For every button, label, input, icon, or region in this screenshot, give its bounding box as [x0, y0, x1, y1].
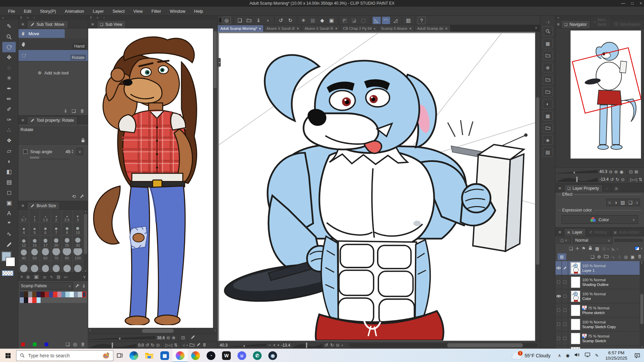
taskbar-app-wikipedia[interactable]: W	[219, 349, 234, 362]
information-tab[interactable]: ⓘ Information	[611, 20, 644, 28]
panel-menu-icon[interactable]: ≡	[88, 22, 97, 28]
brush-size-tab[interactable]: Brush Size	[27, 202, 60, 209]
quick-access-folder-icon[interactable]	[543, 51, 553, 60]
snap-angle-dropdown[interactable]: ∨	[76, 148, 83, 155]
quick-access-grid-icon[interactable]: ▦	[543, 39, 553, 48]
dock-color-wheel-icon[interactable]: ◍	[26, 275, 30, 279]
panel-menu-icon[interactable]: ≡	[555, 230, 564, 236]
tone-effect-icon[interactable]: ◑	[614, 200, 617, 205]
sub-tool-group-tab[interactable]: Move	[18, 29, 65, 38]
effect-dropdown-icon[interactable]: ∨	[636, 201, 638, 204]
menu-animation[interactable]: Animation	[61, 7, 88, 15]
menu-help[interactable]: Help	[190, 7, 207, 15]
layer-visibility-cell[interactable]	[555, 261, 562, 275]
operation-tool[interactable]: ✎	[2, 21, 16, 32]
auto-action-tab[interactable]: ▣ Auto Action	[610, 228, 643, 236]
decoration-tool[interactable]: ❖	[2, 135, 16, 146]
move-layer-tool[interactable]: ✥	[2, 52, 16, 63]
start-button[interactable]	[0, 349, 16, 362]
layer-row-5[interactable]: 100 % NormalScamp Sketch Copy	[555, 317, 644, 331]
opacity-slider[interactable]	[614, 239, 643, 242]
taskbar-app-photos-app[interactable]	[188, 349, 203, 362]
quick-access-zoom-icon[interactable]	[543, 26, 553, 36]
brush-size-extra[interactable]	[40, 261, 51, 273]
secondary-color-swatch[interactable]	[6, 257, 15, 266]
brush-size-1[interactable]: 1	[29, 210, 40, 223]
collapse-panels[interactable]: ‖ « ‹	[18, 16, 88, 20]
tool-property-tab[interactable]: Tool property: Rotate	[27, 116, 77, 124]
canvas-page[interactable]	[219, 33, 535, 341]
edit-checkbox[interactable]	[564, 309, 567, 312]
brush-tool[interactable]: ✑	[2, 115, 16, 125]
brush-size-7[interactable]: 7	[51, 223, 62, 235]
color-swatch[interactable]	[65, 292, 69, 297]
delete-sub-tool-icon[interactable]	[80, 109, 85, 113]
new-canvas-icon[interactable]: ❏	[236, 17, 244, 24]
remove-image-icon[interactable]	[202, 343, 207, 348]
dock-menu-icon[interactable]: ≡	[20, 275, 23, 279]
rotate-ccw-icon[interactable]: ↺	[325, 343, 328, 348]
tray-expand-icon[interactable]: ∧	[558, 353, 561, 358]
panel-menu-icon[interactable]: ≡	[18, 22, 27, 28]
history-tab[interactable]: ↺ History	[586, 228, 610, 236]
menu-storyp[interactable]: Story(P)	[36, 7, 60, 15]
layer-row-6[interactable]: 75 % NormalScamp Sketch	[555, 331, 644, 346]
text-tool[interactable]: A	[2, 208, 16, 219]
rotate-ccw-icon[interactable]: ↺	[610, 177, 614, 182]
quick-access-tone-icon[interactable]: ◐	[543, 99, 553, 109]
canvas-area[interactable]: ◂	[218, 32, 540, 341]
layer-edit-cell[interactable]	[562, 303, 568, 317]
next-image-icon[interactable]: ›	[186, 343, 188, 348]
border-effect-icon[interactable]: ○	[608, 200, 611, 205]
layer-thumbnail[interactable]	[571, 262, 580, 274]
tab-close-icon[interactable]: ×	[335, 26, 337, 31]
brush-size-3[interactable]: 3	[72, 210, 83, 223]
layer-tab[interactable]: ≋ Layer	[564, 228, 586, 236]
sub-view-rotate-value[interactable]: 0.0	[138, 343, 144, 348]
lock-layer-icon[interactable]	[588, 246, 592, 251]
edit-checkbox[interactable]	[564, 323, 567, 326]
layer-edit-cell[interactable]	[562, 346, 568, 349]
quick-access-pattern-icon[interactable]: ◈	[543, 135, 553, 145]
layer-visibility-cell[interactable]	[555, 289, 562, 303]
panel-menu-icon[interactable]: ≡	[555, 22, 561, 28]
airbrush-tool[interactable]: ∴	[2, 125, 16, 135]
add-droplet-icon[interactable]: ◎	[73, 342, 77, 347]
sub-view-zoom-slider[interactable]	[90, 336, 155, 340]
snap-angle-spinner[interactable]: ▲▼	[71, 149, 74, 154]
taskbar-clock[interactable]: 6:57 PM 10/25/2025	[602, 350, 631, 361]
quick-access-material-icon[interactable]	[543, 123, 553, 133]
restore-defaults-icon[interactable]: ⟲	[72, 194, 76, 199]
zoom-out-icon[interactable]: ⊖	[609, 169, 612, 174]
canvas-rotate-value[interactable]: -13.4	[281, 343, 290, 348]
quick-access-folder2-icon[interactable]	[543, 75, 553, 84]
add-sub-tool-button[interactable]: ⊕ Add sub tool	[18, 70, 88, 75]
brush-size-extra[interactable]	[51, 261, 62, 273]
transparent-color-swatch[interactable]	[2, 270, 13, 276]
taskbar-app-discord[interactable]: ʊ	[234, 349, 250, 362]
cmdbar-handle[interactable]: ‖	[219, 17, 221, 23]
invert-selection-icon[interactable]: ◆	[318, 17, 326, 24]
rotate-ccw-icon[interactable]: ↺	[146, 343, 149, 348]
lock-transparent-icon[interactable]: ▩	[595, 246, 599, 251]
brush-size-scrollbar[interactable]: ∧∨	[83, 210, 88, 273]
color-swatch[interactable]	[57, 292, 61, 297]
taskbar-app-microsoft-edge[interactable]	[126, 349, 142, 362]
delete-layer-icon[interactable]	[637, 254, 642, 260]
color-swatch[interactable]	[37, 297, 41, 303]
sub-view-hscroll[interactable]: ‹›	[88, 328, 217, 334]
import-sub-tool-icon[interactable]: ⇓	[64, 108, 68, 114]
brush-size-extra[interactable]	[62, 261, 72, 273]
brush-size-70[interactable]: 70	[51, 248, 62, 261]
brush-size-extra[interactable]	[72, 261, 83, 273]
layer-row-4[interactable]: 75 % NormalPhone sketch	[555, 303, 644, 317]
reset-rotation-icon[interactable]: ⊙	[621, 177, 625, 182]
clear-outside-icon[interactable]: ◪	[350, 17, 358, 24]
layer-color-effect-icon[interactable]: ❏	[628, 200, 633, 205]
clip-studio-home-icon[interactable]: ◎	[223, 17, 231, 24]
zoom-out-icon[interactable]: −	[268, 343, 271, 348]
brush-size-4[interactable]: 4	[18, 223, 29, 235]
flip-vertical-icon[interactable]: ⇅	[639, 177, 642, 182]
duplicate-sub-tool-icon[interactable]: ❏	[71, 108, 76, 114]
brush-size-2[interactable]: 2	[51, 210, 62, 223]
